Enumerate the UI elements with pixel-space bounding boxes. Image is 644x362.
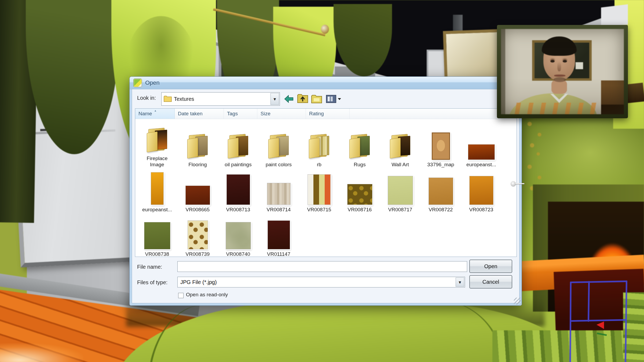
folder-icon: [308, 134, 331, 160]
file-name-label: File name:: [137, 264, 162, 270]
file-item[interactable]: VR008713: [218, 167, 258, 213]
file-label: europeanst...: [466, 161, 496, 168]
file-thumbnail: [226, 174, 250, 205]
up-one-level-button[interactable]: [297, 93, 309, 105]
file-item[interactable]: Wall Art: [380, 120, 420, 168]
column-header-tags[interactable]: Tags: [224, 109, 257, 119]
folder-icon: [227, 134, 250, 160]
file-item[interactable]: VR008722: [420, 167, 461, 213]
file-item[interactable]: 33796_map: [420, 120, 461, 168]
files-of-type-dropdown-arrow[interactable]: ▼: [456, 278, 464, 287]
file-item[interactable]: VR008715: [299, 167, 339, 213]
file-item[interactable]: VR008740: [218, 214, 258, 257]
folder-part: [187, 138, 198, 158]
file-thumbnail: [429, 178, 453, 205]
folder-part: [390, 138, 401, 158]
read-only-label: Open as read-only: [186, 292, 228, 298]
views-button[interactable]: [325, 93, 342, 105]
file-thumbnail: [268, 220, 290, 249]
folder-icon: [267, 134, 290, 160]
files-of-type-label: Files of type:: [137, 279, 167, 286]
column-header-label: Size: [261, 111, 270, 117]
file-label: VR008739: [186, 251, 210, 257]
column-header-label: Date taken: [178, 111, 203, 117]
floor-highlight: [0, 343, 83, 362]
file-item[interactable]: Flooring: [177, 120, 218, 168]
file-item[interactable]: VR008714: [258, 167, 299, 213]
look-in-combobox[interactable]: Textures ▼: [161, 92, 280, 106]
look-in-value: Textures: [174, 96, 194, 102]
app-icon: [133, 79, 142, 87]
column-header-date-taken[interactable]: Date taken: [175, 109, 224, 119]
file-label: VR011147: [267, 251, 290, 257]
file-label: paint colors: [266, 161, 292, 168]
column-header-label: Name: [138, 111, 152, 117]
file-item[interactable]: VR008738: [137, 214, 177, 257]
file-item[interactable]: Fireplace Image: [137, 120, 177, 168]
file-item[interactable]: europeanst...: [137, 167, 177, 213]
resize-grip[interactable]: [514, 298, 521, 305]
file-label: rb: [317, 161, 321, 168]
column-header-label: Rating: [309, 111, 324, 117]
file-label: VR008722: [429, 206, 453, 213]
folder-up-icon: [297, 94, 308, 104]
file-thumbnail: [185, 186, 210, 205]
webcam-vignette: [501, 29, 624, 114]
folder-part: [309, 138, 320, 158]
file-item[interactable]: VR008716: [339, 167, 380, 213]
look-in-label: Look in:: [137, 95, 156, 101]
file-item[interactable]: europeanst...: [461, 120, 502, 168]
file-thumbnail: [151, 172, 164, 205]
file-thumbnail: [469, 176, 493, 205]
file-item[interactable]: VR008739: [177, 214, 218, 257]
read-only-checkbox[interactable]: [178, 293, 184, 298]
back-button[interactable]: [283, 94, 294, 104]
folder-icon: [164, 96, 172, 102]
file-item[interactable]: oil paintings: [218, 120, 258, 168]
file-thumbnail: [468, 144, 495, 160]
file-item[interactable]: VR008723: [461, 167, 502, 213]
column-header-size[interactable]: Size: [257, 109, 306, 119]
look-in-dropdown-arrow[interactable]: ▼: [270, 93, 279, 105]
file-grid-row-2: europeanst...VR008665VR008713VR008714VR0…: [137, 167, 517, 213]
file-label: VR008713: [226, 206, 250, 213]
screen: { "dialog": { "title": "Open", "look_in"…: [0, 0, 644, 362]
file-label: VR008716: [348, 206, 372, 213]
open-button[interactable]: Open: [469, 260, 512, 273]
webcam-video: [501, 29, 624, 114]
file-label: Wall Art: [391, 161, 409, 168]
file-label: VR008717: [388, 206, 412, 213]
selection-wireframe-gizmo[interactable]: [559, 275, 643, 362]
file-item[interactable]: VR008665: [177, 167, 218, 213]
cancel-button[interactable]: Cancel: [469, 275, 512, 289]
file-label: VR008665: [186, 206, 210, 213]
column-header-name[interactable]: Name▴: [135, 109, 175, 119]
file-thumbnail: [308, 174, 331, 205]
file-grid-row-3: VR008738VR008739VR008740VR011147: [137, 214, 517, 257]
file-label: oil paintings: [225, 161, 251, 168]
file-thumbnail: [267, 183, 291, 205]
file-name-input[interactable]: [177, 261, 467, 272]
file-label: VR008723: [469, 206, 493, 213]
gizmo-red-arrow: [597, 322, 604, 329]
files-of-type-select[interactable]: JPG File (*.jpg) ▼: [177, 277, 465, 287]
file-thumbnail: [226, 222, 251, 249]
file-item[interactable]: Rugs: [339, 120, 380, 168]
column-header-label: Tags: [227, 111, 238, 117]
sort-caret-icon: ▴: [155, 109, 156, 112]
column-header-row: Name▴Date takenTagsSizeRating: [135, 109, 517, 119]
file-item[interactable]: paint colors: [258, 120, 299, 168]
file-item[interactable]: VR008717: [380, 167, 420, 213]
file-item[interactable]: rb: [299, 120, 339, 168]
folder-part: [228, 138, 239, 158]
folder-icon: [186, 134, 209, 160]
folder-part: [268, 138, 279, 158]
file-thumbnail: [347, 184, 372, 205]
open-dialog: Open Look in: Textures ▼: [129, 76, 522, 306]
files-of-type-value: JPG File (*.jpg): [180, 279, 217, 285]
dialog-titlebar[interactable]: Open: [130, 77, 522, 89]
new-folder-icon: [311, 95, 322, 104]
new-folder-button[interactable]: [310, 94, 323, 105]
file-item[interactable]: VR011147: [258, 214, 299, 257]
column-header-rating[interactable]: Rating: [306, 109, 350, 119]
